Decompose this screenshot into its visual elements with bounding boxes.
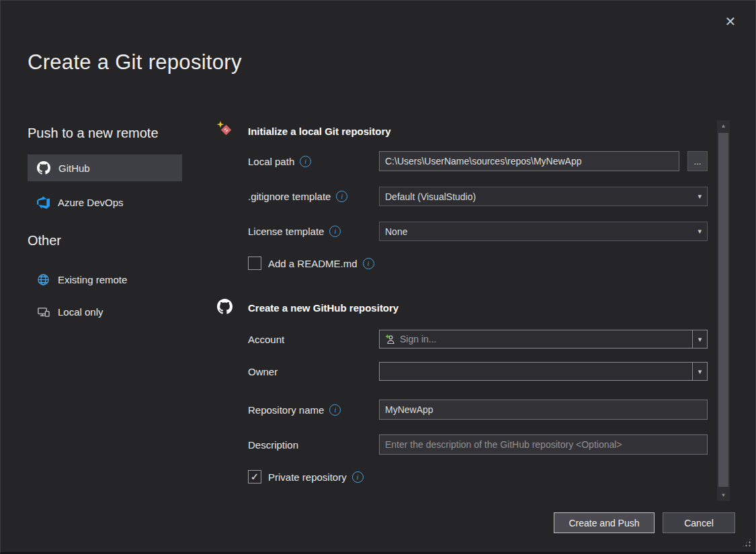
cancel-button[interactable]: Cancel [663,512,735,533]
local-computer-icon [37,306,50,318]
label-text: Private repository [268,471,347,483]
info-icon[interactable]: i [300,156,311,167]
label-text: Owner [248,366,278,377]
account-combo[interactable]: Sign in... ▾ [379,330,708,349]
owner-label: Owner [248,362,278,381]
sidebar-item-local-only[interactable]: Local only [28,298,182,325]
combo-dropdown-button[interactable]: ▾ [692,363,707,380]
local-path-label: Local path i [248,151,311,171]
label-text: License template [248,226,324,237]
signin-person-icon [384,334,395,344]
label-text: Description [248,439,298,451]
repo-name-label: Repository name i [248,400,341,420]
sidebar-item-label: GitHub [58,163,90,174]
readme-label: Add a README.md i [268,257,374,270]
label-text: .gitignore template [248,191,331,202]
chevron-down-icon: ▾ [698,335,702,344]
license-label: License template i [248,222,341,241]
label-text: Add a README.md [268,258,358,269]
dialog-title: Create a Git repository [28,50,242,75]
private-repo-label: Private repository i [268,470,364,483]
push-remote-heading: Push to a new remote [28,126,159,141]
dropdown-value: Default (VisualStudio) [385,191,698,202]
info-icon[interactable]: i [352,471,364,483]
close-button[interactable]: ✕ [719,11,742,32]
repo-init-icon [216,120,233,140]
scroll-down-icon[interactable]: ▼ [717,490,730,501]
label-text: Local path [248,156,294,167]
browse-button[interactable]: ... [687,151,708,171]
globe-icon [37,273,50,286]
info-icon[interactable]: i [336,191,347,202]
sidebar-item-azure-devops[interactable]: Azure DevOps [28,189,182,216]
description-input[interactable] [379,434,708,455]
github-section-heading: Create a new GitHub repository [248,302,398,314]
label-text: Repository name [248,404,324,416]
resize-grip[interactable] [741,537,752,548]
sidebar-item-existing-remote[interactable]: Existing remote [28,266,182,293]
github-section-icon [217,299,233,317]
chevron-down-icon: ▾ [698,192,702,201]
gitignore-dropdown[interactable]: Default (VisualStudio) ▾ [379,187,708,206]
scrollbar-thumb[interactable] [718,133,728,487]
scroll-up-icon[interactable]: ▲ [717,120,730,132]
local-path-input[interactable] [379,151,679,171]
label-text: Account [248,334,284,345]
combo-dropdown-button[interactable]: ▾ [692,330,707,348]
readme-checkbox[interactable] [248,257,261,270]
other-heading: Other [28,233,61,248]
sidebar-item-label: Existing remote [58,274,127,285]
create-git-repository-dialog: { "window": { "title": "Create a Git rep… [0,0,756,554]
dropdown-value: None [385,226,698,237]
create-and-push-button[interactable]: Create and Push [554,512,655,533]
sidebar-item-github[interactable]: GitHub [28,154,182,181]
info-icon[interactable]: i [329,226,341,237]
info-icon[interactable]: i [363,258,374,269]
info-icon[interactable]: i [329,404,341,416]
github-icon [37,161,50,175]
chevron-down-icon: ▾ [698,367,702,376]
azure-devops-icon [37,196,50,209]
account-label: Account [248,330,284,349]
vertical-scrollbar[interactable]: ▲ ▼ [717,120,730,501]
account-placeholder: Sign in... [400,334,436,344]
gitignore-label: .gitignore template i [248,187,347,206]
repository-name-input[interactable] [379,400,708,420]
owner-combo[interactable]: ▾ [379,362,708,381]
private-repo-checkbox[interactable]: ✓ [248,470,261,483]
chevron-down-icon: ▾ [698,227,702,236]
init-section-heading: Initialize a local Git repository [248,126,391,137]
license-dropdown[interactable]: None ▾ [379,222,708,241]
sidebar-item-label: Azure DevOps [58,197,124,208]
description-label: Description [248,434,298,455]
sidebar-item-label: Local only [58,306,103,318]
